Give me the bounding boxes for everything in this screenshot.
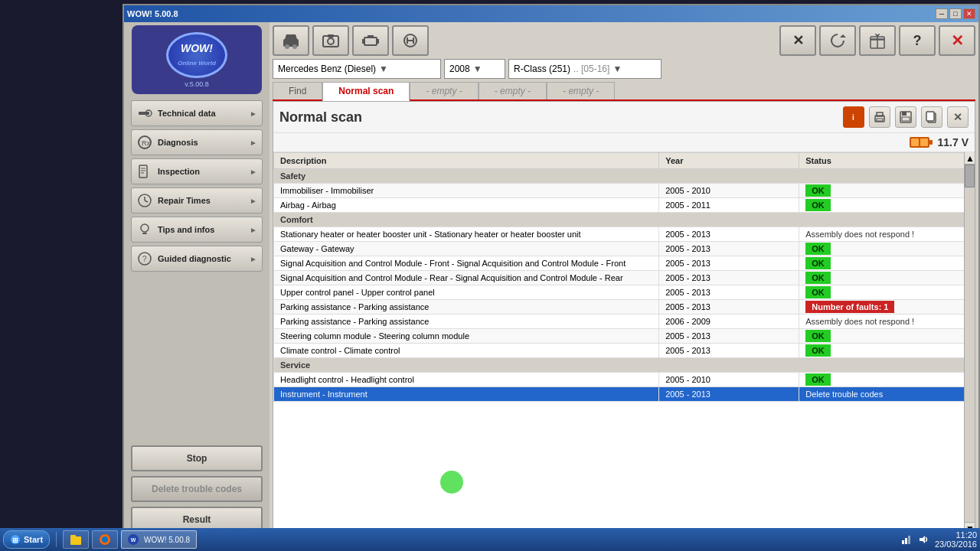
svg-point-54 <box>102 536 108 543</box>
copy-button[interactable] <box>921 106 942 128</box>
svg-line-10 <box>145 201 148 202</box>
scan-panel: Normal scan i <box>273 101 975 535</box>
toolbar: ✕ ? ✕ <box>273 25 975 56</box>
svg-rect-23 <box>368 35 371 38</box>
battery-icon <box>909 135 933 150</box>
chevron-right-icon-3: ► <box>250 168 257 176</box>
scroll-up-button[interactable]: ▲ <box>965 152 975 165</box>
camera-button[interactable] <box>312 25 349 56</box>
table-row[interactable]: Signal Acquisition and Control Module - … <box>274 271 975 285</box>
svg-point-17 <box>285 44 289 49</box>
svg-marker-58 <box>920 536 925 543</box>
print-button[interactable] <box>869 106 890 128</box>
table-row[interactable]: Immobiliser - Immobiliser2005 - 2010OK <box>274 184 975 198</box>
table-row[interactable]: Climate control - Climate control2005 - … <box>274 344 975 358</box>
tab-empty-2[interactable]: - empty - <box>479 82 547 99</box>
taskbar-firefox[interactable] <box>92 530 118 549</box>
scan-header: Normal scan i <box>273 102 975 133</box>
sidebar-label-diagnosis: Diagnosis <box>158 138 245 147</box>
svg-marker-31 <box>840 34 846 37</box>
table-row[interactable]: Headlight control - Headlight control200… <box>274 373 975 387</box>
table-row[interactable]: Gateway - Gateway2005 - 2013OK <box>274 242 975 256</box>
delete-trouble-codes-button[interactable]: Delete trouble codes <box>131 476 263 502</box>
svg-rect-38 <box>877 112 883 116</box>
exit-button[interactable]: ✕ <box>939 25 975 56</box>
scroll-track <box>965 165 975 522</box>
year-selector[interactable]: 2008 ▼ <box>444 59 505 79</box>
scan-title: Normal scan <box>279 109 837 126</box>
plug-button[interactable] <box>392 25 429 56</box>
help-button[interactable]: ? <box>899 25 936 56</box>
info-button[interactable]: i <box>843 106 864 128</box>
model-dropdown-arrow: ▼ <box>612 64 622 74</box>
table-section-header: Comfort <box>274 213 975 227</box>
col-description: Description <box>274 153 659 169</box>
close-x-button[interactable]: ✕ <box>779 25 816 56</box>
tab-empty-1[interactable]: - empty - <box>410 82 478 99</box>
svg-text:i: i <box>852 113 854 122</box>
scroll-thumb[interactable] <box>965 165 975 187</box>
gift-button[interactable] <box>859 25 896 56</box>
window-title: WOW! 5.00.8 <box>127 9 178 18</box>
sidebar-item-diagnosis[interactable]: Rx Diagnosis ► <box>131 129 263 155</box>
content-area: WOW!Online World v.5.00.8 Technical data… <box>124 22 978 538</box>
tab-empty-3[interactable]: - empty - <box>547 82 615 99</box>
chevron-right-icon-2: ► <box>250 139 257 147</box>
table-row[interactable]: Steering column module - Steering column… <box>274 329 975 344</box>
sidebar-label-technical-data: Technical data <box>158 109 245 118</box>
sidebar-item-guided-diag[interactable]: ? Guided diagnostic ► <box>131 246 263 272</box>
start-button[interactable]: ⊞ Start <box>3 530 50 549</box>
svg-rect-25 <box>362 39 365 44</box>
svg-rect-26 <box>376 39 379 44</box>
table-row[interactable]: Signal Acquisition and Control Module - … <box>274 256 975 271</box>
model-suffix: .. [05-16] <box>573 64 609 74</box>
close-scan-button[interactable]: ✕ <box>947 106 969 128</box>
refresh-button[interactable] <box>819 25 856 56</box>
logo-area: WOW!Online World v.5.00.8 <box>132 25 262 94</box>
make-selector[interactable]: Mercedes Benz (Diesel) ▼ <box>273 59 441 79</box>
svg-point-20 <box>328 38 334 44</box>
clock-icon <box>136 192 153 209</box>
table-row[interactable]: Airbag - Airbag2005 - 2011OK <box>274 198 975 213</box>
table-row[interactable]: Stationary heater or heater booster unit… <box>274 227 975 242</box>
model-selector[interactable]: R-Class (251) .. [05-16] ▼ <box>508 59 662 79</box>
maximize-button[interactable]: □ <box>949 8 962 19</box>
sidebar-item-repair-times[interactable]: Repair Times ► <box>131 187 263 214</box>
table-row[interactable]: Instrument - Instrument2005 - 2013Delete… <box>274 387 975 402</box>
engine-button[interactable] <box>352 25 389 56</box>
save-button[interactable] <box>895 106 916 128</box>
taskbar-wow-label: WOW! 5.00.8 <box>144 536 190 544</box>
sidebar-item-tips[interactable]: Tips and infos ► <box>131 217 263 243</box>
guide-icon: ? <box>136 250 153 267</box>
svg-rect-24 <box>371 35 374 38</box>
table-row[interactable]: Upper control panel - Upper control pane… <box>274 285 975 300</box>
minimize-button[interactable]: ─ <box>936 8 948 19</box>
svg-rect-46 <box>929 140 933 145</box>
svg-text:⊞: ⊞ <box>12 536 18 544</box>
inspection-icon <box>136 163 153 180</box>
stop-button[interactable]: Stop <box>131 445 263 471</box>
table-row[interactable]: Parking assistance - Parking assistance2… <box>274 300 975 315</box>
svg-rect-12 <box>142 233 147 234</box>
taskbar-file-manager[interactable] <box>63 530 89 549</box>
svg-rect-22 <box>364 37 377 45</box>
close-button[interactable]: ✕ <box>963 8 975 19</box>
car-button[interactable] <box>273 25 309 56</box>
svg-rect-0 <box>139 112 149 115</box>
logo-text: WOW!Online World <box>178 42 216 68</box>
svg-rect-47 <box>911 139 919 146</box>
taskbar-wow-app[interactable]: W WOW! 5.00.8 <box>121 530 197 549</box>
scan-table: Description Year Status SafetyImmobilise… <box>273 152 975 402</box>
tab-normal-scan[interactable]: Normal scan <box>322 82 410 101</box>
scan-action-buttons: i ✕ <box>843 106 969 128</box>
col-status: Status <box>799 153 975 169</box>
sidebar-item-technical-data[interactable]: Technical data ► <box>131 100 263 126</box>
diagnosis-icon: Rx <box>136 134 153 151</box>
scrollbar[interactable]: ▲ ▼ <box>964 152 975 534</box>
svg-rect-42 <box>902 117 910 121</box>
tab-bar: Find Normal scan - empty - - empty - - e… <box>273 82 975 101</box>
sidebar-item-inspection[interactable]: Inspection ► <box>131 158 263 184</box>
chevron-right-icon: ► <box>250 109 257 118</box>
table-row[interactable]: Parking assistance - Parking assistance2… <box>274 315 975 329</box>
tab-find[interactable]: Find <box>273 82 322 99</box>
